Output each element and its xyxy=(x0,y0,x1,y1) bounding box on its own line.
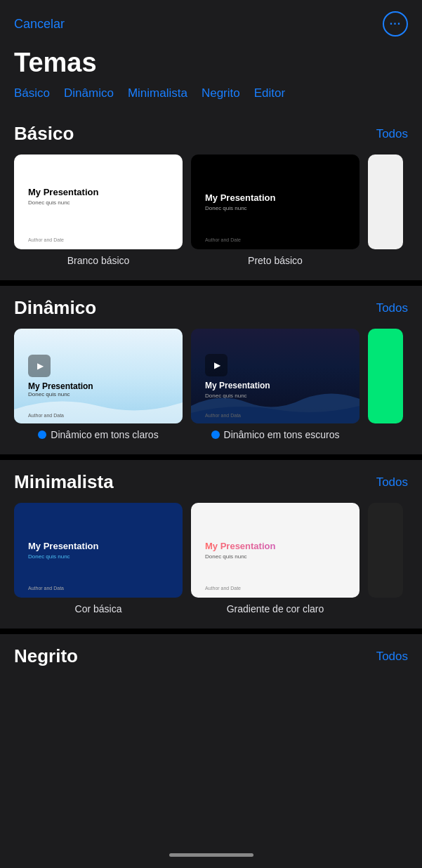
theme-card-preto[interactable]: My Presentation Donec quis nunc Author a… xyxy=(191,154,360,266)
branco-preview: My Presentation Donec quis nunc Author a… xyxy=(14,154,183,249)
page-title: Temas xyxy=(0,42,422,86)
dinamico-light-label: Dinâmico em tons claros xyxy=(51,429,158,440)
negrito-all-button[interactable]: Todos xyxy=(376,650,408,664)
dinamico-light-preview: My Presentation Donec quis nunc Author a… xyxy=(14,329,183,423)
theme-card-partial-basico[interactable] xyxy=(368,154,403,266)
bottom-bar xyxy=(0,844,422,868)
section-minimalista-header: Minimalista Todos xyxy=(0,471,422,503)
play-icon-dark xyxy=(205,354,228,376)
partial-preview-dinamico xyxy=(368,329,403,423)
section-minimalista: Minimalista Todos My Presentation Donec … xyxy=(0,460,422,629)
dinamico-dark-label-row: Dinâmico em tons escuros xyxy=(211,429,340,440)
dinamico-all-button[interactable]: Todos xyxy=(376,301,408,315)
theme-card-dinamico-dark[interactable]: My Presentation Donec quis nunc Author a… xyxy=(191,329,360,440)
theme-card-partial-minimalista[interactable] xyxy=(368,503,403,614)
dinamico-light-label-row: Dinâmico em tons claros xyxy=(38,429,158,440)
section-basico: Básico Todos My Presentation Donec quis … xyxy=(0,112,422,280)
tab-dinamico[interactable]: Dinâmico xyxy=(64,86,114,100)
minimal-gradient-author: Author and Date xyxy=(205,586,241,591)
dinamico-light-author: Author and Data xyxy=(28,413,64,418)
branco-label: Branco básico xyxy=(67,255,130,266)
section-basico-header: Básico Todos xyxy=(0,123,422,154)
section-minimalista-title: Minimalista xyxy=(14,471,114,493)
section-dinamico: Dinâmico Todos My Presentation Donec qui… xyxy=(0,286,422,454)
separator-1 xyxy=(0,280,422,286)
minimal-color-sub: Donec quis nunc xyxy=(28,553,169,560)
branco-pres-sub: Donec quis nunc xyxy=(28,199,169,206)
home-indicator xyxy=(169,853,253,857)
minimal-gradient-title: My Presentation xyxy=(205,541,345,551)
dinamico-dark-label: Dinâmico em tons escuros xyxy=(224,429,340,440)
tab-negrito[interactable]: Negrito xyxy=(202,86,240,100)
section-negrito-title: Negrito xyxy=(14,645,78,667)
category-tabs: Básico Dinâmico Minimalista Negrito Edit… xyxy=(0,86,422,112)
minimal-color-title: My Presentation xyxy=(28,541,169,551)
branco-pres-author: Author and Date xyxy=(28,237,64,242)
section-negrito-header: Negrito Todos xyxy=(0,645,422,677)
basico-themes-row: My Presentation Donec quis nunc Author a… xyxy=(0,154,422,280)
header: Cancelar ··· xyxy=(0,0,422,42)
dinamico-dark-preview: My Presentation Donec quis nunc Author a… xyxy=(191,329,360,423)
section-dinamico-title: Dinâmico xyxy=(14,297,96,319)
basico-all-button[interactable]: Todos xyxy=(376,127,408,141)
dinamico-light-title: My Presentation xyxy=(28,381,169,391)
more-button[interactable]: ··· xyxy=(383,11,408,37)
tab-minimalista[interactable]: Minimalista xyxy=(128,86,187,100)
preto-pres-sub: Donec quis nunc xyxy=(205,205,345,211)
theme-card-minimal-color[interactable]: My Presentation Donec quis nunc Author a… xyxy=(14,503,183,614)
section-dinamico-header: Dinâmico Todos xyxy=(0,297,422,329)
separator-3 xyxy=(0,629,422,634)
minimal-gradient-sub: Donec quis nunc xyxy=(205,553,345,560)
theme-card-dinamico-light[interactable]: My Presentation Donec quis nunc Author a… xyxy=(14,329,183,440)
dot-dark xyxy=(211,430,220,439)
section-negrito: Negrito Todos xyxy=(0,634,422,677)
branco-pres-title: My Presentation xyxy=(28,187,169,197)
minimal-color-preview: My Presentation Donec quis nunc Author a… xyxy=(14,503,183,598)
tab-editor[interactable]: Editor xyxy=(254,86,285,100)
minimalista-themes-row: My Presentation Donec quis nunc Author a… xyxy=(0,503,422,629)
separator-2 xyxy=(0,454,422,460)
dinamico-themes-row: My Presentation Donec quis nunc Author a… xyxy=(0,329,422,454)
tab-basico[interactable]: Básico xyxy=(14,86,50,100)
dinamico-dark-author: Author and Data xyxy=(205,413,241,418)
dot-light xyxy=(38,430,46,439)
preto-pres-title: My Presentation xyxy=(205,192,345,203)
cancel-button[interactable]: Cancelar xyxy=(14,17,65,32)
minimal-color-author: Author and Data xyxy=(28,586,64,591)
theme-card-partial-dinamico[interactable] xyxy=(368,329,403,440)
partial-preview-minimalista xyxy=(368,503,403,598)
theme-card-minimal-gradient[interactable]: My Presentation Donec quis nunc Author a… xyxy=(191,503,360,614)
section-basico-title: Básico xyxy=(14,123,74,145)
minimal-gradient-preview: My Presentation Donec quis nunc Author a… xyxy=(191,503,360,598)
theme-card-branco[interactable]: My Presentation Donec quis nunc Author a… xyxy=(14,154,183,266)
minimalista-all-button[interactable]: Todos xyxy=(376,475,408,489)
minimal-gradient-label: Gradiente de cor claro xyxy=(227,603,324,614)
preto-pres-author: Author and Date xyxy=(205,237,241,242)
dinamico-light-sub: Donec quis nunc xyxy=(28,391,169,397)
preto-preview: My Presentation Donec quis nunc Author a… xyxy=(191,154,360,249)
play-icon-light xyxy=(28,355,51,377)
partial-preview-basico xyxy=(368,154,403,249)
minimal-color-label: Cor básica xyxy=(75,603,122,614)
preto-label: Preto básico xyxy=(248,255,303,266)
